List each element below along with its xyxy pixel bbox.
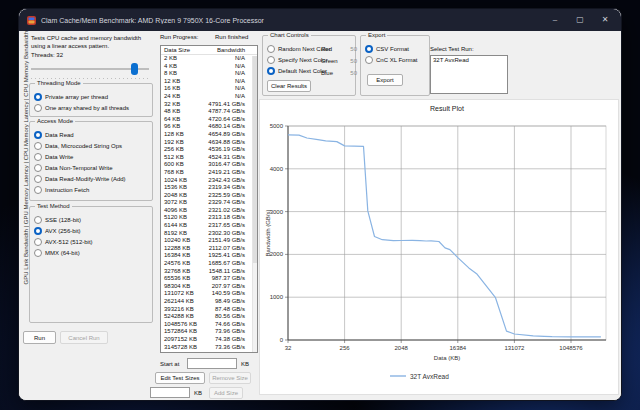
radio-instruction-fetch[interactable]: Instruction Fetch xyxy=(30,184,152,195)
maximize-button[interactable]: ▢ xyxy=(570,9,590,31)
cell-data-size: 16 KB xyxy=(161,85,205,93)
table-row[interactable]: 512 KB4524.31 GB/s xyxy=(161,154,257,162)
table-row[interactable]: 5120 KB2313.18 GB/s xyxy=(161,214,257,222)
table-row[interactable]: 3072 KB2329.74 GB/s xyxy=(161,199,257,207)
table-row[interactable]: 1048576 KB74.66 GB/s xyxy=(161,321,257,329)
radio-circle xyxy=(34,153,42,161)
radio-mmx-64-bit[interactable]: MMX (64-bit) xyxy=(30,247,152,258)
radio-data-read-modify-write-add[interactable]: Data Read-Modify-Write (Add) xyxy=(30,173,152,184)
table-row[interactable]: 65536 KB987.37 GB/s xyxy=(161,275,257,283)
radio-sse-128-bit[interactable]: SSE (128-bit) xyxy=(30,214,152,225)
radio-random-next-color[interactable]: Random Next Color xyxy=(263,43,323,54)
threading-mode-group: Threading Mode Private array per threadO… xyxy=(29,83,153,117)
chart-controls-group: Chart Controls Random Next ColorSpecify … xyxy=(262,35,356,96)
radio-avx-512-512-bit[interactable]: AVX-512 (512-bit) xyxy=(30,236,152,247)
table-row[interactable]: 1536 KB2319.34 GB/s xyxy=(161,184,257,192)
radio-avx-256-bit[interactable]: AVX (256-bit) xyxy=(30,225,152,236)
table-row[interactable]: 393216 KB87.48 GB/s xyxy=(161,306,257,314)
table-row[interactable]: 128 KB4654.89 GB/s xyxy=(161,131,257,139)
table-scrollbar-thumb[interactable] xyxy=(253,56,257,263)
table-row[interactable]: 2 KBN/A xyxy=(161,55,257,63)
chart-title: Result Plot xyxy=(430,105,464,112)
radio-csv-format[interactable]: CSV Format xyxy=(361,43,429,54)
table-row[interactable]: 48 KB4787.74 GB/s xyxy=(161,108,257,116)
edit-test-sizes-button[interactable]: Edit Test Sizes xyxy=(155,372,205,384)
cell-data-size: 4 KB xyxy=(161,63,205,71)
title-bar: Clam Cache/Mem Benchmark: AMD Ryzen 9 79… xyxy=(19,9,621,31)
table-row[interactable]: 1572864 KB73.96 GB/s xyxy=(161,328,257,336)
radio-label: Data Write xyxy=(45,154,73,160)
table-row[interactable]: 98304 KB207.97 GB/s xyxy=(161,283,257,291)
table-row[interactable]: 131072 KB140.59 GB/s xyxy=(161,290,257,298)
table-row[interactable]: 12288 KB2112.07 GB/s xyxy=(161,245,257,253)
color-label: Blue xyxy=(321,70,343,76)
table-row[interactable]: 3145728 KB73.36 GB/s xyxy=(161,344,257,352)
threads-slider[interactable] xyxy=(31,63,149,75)
clear-results-button[interactable]: Clear Results xyxy=(267,80,311,92)
table-row[interactable]: 262144 KB98.49 GB/s xyxy=(161,298,257,306)
start-at-input[interactable] xyxy=(187,358,237,369)
slider-thumb[interactable] xyxy=(131,63,138,75)
radio-specify-next-color[interactable]: Specify Next Color xyxy=(263,54,323,65)
cell-bandwidth: 73.36 GB/s xyxy=(205,344,257,352)
radio-data-non-temporal-write[interactable]: Data Non-Temporal Write xyxy=(30,162,152,173)
table-row[interactable]: 64 KB4720.64 GB/s xyxy=(161,116,257,124)
table-row[interactable]: 6144 KB2317.65 GB/s xyxy=(161,222,257,230)
radio-label: Instruction Fetch xyxy=(45,187,89,193)
table-row[interactable]: 4096 KB2321.02 GB/s xyxy=(161,207,257,215)
cell-bandwidth: 1548.11 GB/s xyxy=(205,268,257,276)
table-row[interactable]: 1024 KB2342.43 GB/s xyxy=(161,177,257,185)
table-row[interactable]: 8192 KB2302.30 GB/s xyxy=(161,230,257,238)
select-test-run-label: Select Test Run: xyxy=(430,46,474,52)
cell-bandwidth: 2313.18 GB/s xyxy=(205,214,257,222)
table-row[interactable]: 2097152 KB74.38 GB/s xyxy=(161,336,257,344)
y-axis-label: Bandwidth (GB/s) xyxy=(265,209,271,256)
table-row[interactable]: 24 KBN/A xyxy=(161,93,257,101)
table-row[interactable]: 8 KBN/A xyxy=(161,70,257,78)
radio-private-array-per-thread[interactable]: Private array per thread xyxy=(30,91,152,102)
table-row[interactable]: 192 KB4634.88 GB/s xyxy=(161,139,257,147)
table-row[interactable]: 16384 KB1925.41 GB/s xyxy=(161,252,257,260)
run-button[interactable]: Run xyxy=(23,331,56,344)
results-table[interactable]: Data Size Bandwidth 2 KBN/A4 KBN/A8 KBN/… xyxy=(160,45,258,353)
radio-cnc-xl-format[interactable]: CnC XL Format xyxy=(361,54,429,65)
table-row[interactable]: 524288 KB80.56 GB/s xyxy=(161,313,257,321)
table-row[interactable]: 600 KB3016.47 GB/s xyxy=(161,161,257,169)
table-row[interactable]: 12 KBN/A xyxy=(161,78,257,86)
close-button[interactable]: ✕ xyxy=(595,9,615,31)
cell-data-size: 12 KB xyxy=(161,78,205,86)
list-item[interactable]: 32T AvxRead xyxy=(431,56,507,64)
table-row[interactable]: 16 KBN/A xyxy=(161,85,257,93)
color-label: Red xyxy=(321,46,343,52)
svg-text:5000: 5000 xyxy=(270,123,284,129)
table-row[interactable]: 4 KBN/A xyxy=(161,63,257,71)
cell-bandwidth: 2112.07 GB/s xyxy=(205,245,257,253)
add-size-button[interactable]: Add Size xyxy=(209,387,243,399)
table-row[interactable]: 32 KB4791.41 GB/s xyxy=(161,101,257,109)
table-row[interactable]: 32768 KB1548.11 GB/s xyxy=(161,268,257,276)
svg-text:3000: 3000 xyxy=(270,209,284,215)
radio-data-microcoded-string-ops[interactable]: Data, Microcoded String Ops xyxy=(30,140,152,151)
cancel-run-button[interactable]: Cancel Run xyxy=(60,331,108,344)
radio-data-write[interactable]: Data Write xyxy=(30,151,152,162)
table-scrollbar[interactable] xyxy=(252,56,257,352)
table-row[interactable]: 256 KB4536.19 GB/s xyxy=(161,146,257,154)
svg-text:2048: 2048 xyxy=(395,345,409,351)
cell-data-size: 98304 KB xyxy=(161,283,205,291)
column-header-bandwidth: Bandwidth xyxy=(205,47,257,53)
minimize-button[interactable]: – xyxy=(545,9,565,31)
radio-data-read[interactable]: Data Read xyxy=(30,129,152,140)
table-row[interactable]: 768 KB2419.21 GB/s xyxy=(161,169,257,177)
table-row[interactable]: 10240 KB2151.49 GB/s xyxy=(161,237,257,245)
table-row[interactable]: 2048 KB2325.59 GB/s xyxy=(161,192,257,200)
table-row[interactable]: 96 KB4680.14 GB/s xyxy=(161,123,257,131)
cell-data-size: 3072 KB xyxy=(161,199,205,207)
export-options: CSV FormatCnC XL Format xyxy=(361,36,429,65)
radio-one-array-shared-by-all-threads[interactable]: One array shared by all threads xyxy=(30,102,152,113)
remove-size-button[interactable]: Remove Size xyxy=(209,372,251,384)
radio-default-next-color[interactable]: Default Next Color xyxy=(263,65,323,76)
table-row[interactable]: 24576 KB1685.67 GB/s xyxy=(161,260,257,268)
test-run-listbox[interactable]: 32T AvxRead xyxy=(430,55,508,94)
add-size-input[interactable] xyxy=(150,387,190,398)
export-button[interactable]: Export xyxy=(367,74,403,86)
